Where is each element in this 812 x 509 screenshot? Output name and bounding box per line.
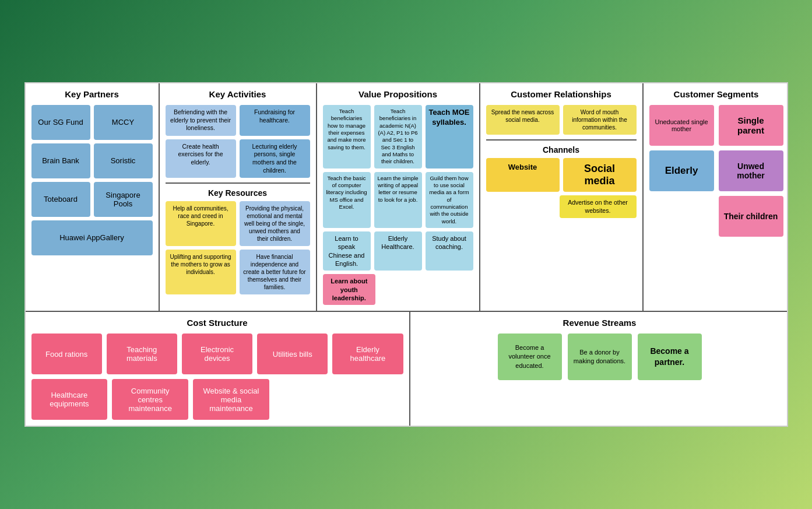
vp-row-1: Teach beneficiaries how to manage their …: [323, 105, 473, 169]
list-item: Food rations: [31, 334, 102, 374]
revenue-grid: Become a volunteer once educated. Be a d…: [416, 334, 783, 380]
customer-relationships-grid: Spread the news across social media. Wor…: [486, 105, 637, 135]
customer-segments-grid: Uneducated single mother Single parent E…: [649, 105, 783, 237]
key-partners-grid: Our SG Fund MCCY Brain Bank Soristic Tot…: [31, 105, 153, 255]
vp-row-3: Learn to speak Chinese and English. Elde…: [323, 231, 473, 271]
cost-row-1: Food rations Teaching materials Electron…: [31, 334, 403, 374]
list-item: Elderly: [649, 150, 714, 191]
list-item: Utilities bills: [257, 334, 328, 374]
list-item: Social media: [563, 158, 637, 192]
list-item: Become a volunteer once educated.: [498, 334, 562, 380]
key-activities-resources-section: Key Activities Befriending with the elde…: [160, 83, 317, 311]
customer-segments-title: Customer Segments: [649, 89, 783, 99]
business-model-canvas: Key Partners Our SG Fund MCCY Brain Bank…: [24, 82, 788, 427]
list-item: Singapore Pools: [94, 182, 153, 217]
list-item: Electronic devices: [182, 334, 252, 374]
list-item: Single parent: [719, 105, 783, 146]
list-item: Teach MOE syllables.: [426, 105, 473, 169]
list-item: Study about coaching.: [426, 231, 473, 271]
list-item: Website: [486, 158, 560, 192]
list-item: Their children: [719, 196, 783, 237]
list-item: Advertise on the other websites.: [560, 195, 637, 218]
list-item: Teach the basic of computer literacy inc…: [323, 172, 371, 228]
list-item: Be a donor by making donations.: [568, 334, 632, 380]
list-item: Huawei AppGallery: [31, 220, 153, 255]
value-propositions-section: Value Propositions Teach beneficiaries h…: [317, 83, 480, 311]
list-item: Elderly Healthcare.: [374, 231, 422, 271]
key-activities-grid: Befriending with the elderly to prevent …: [166, 105, 310, 178]
list-item: Healthcare equipments: [31, 379, 108, 420]
bottom-section: Cost Structure Food rations Teaching mat…: [26, 312, 787, 426]
list-item: Learn to speak Chinese and English.: [323, 231, 371, 271]
cost-structure-section: Cost Structure Food rations Teaching mat…: [26, 312, 410, 426]
list-item: Create health exercises for the elderly.: [166, 139, 236, 178]
customer-relationships-title: Customer Relationships: [486, 89, 637, 99]
value-propositions-title: Value Propositions: [323, 89, 473, 99]
vp-row-2: Teach the basic of computer literacy inc…: [323, 172, 473, 228]
list-item: Learn the simple writing of appeal lette…: [374, 172, 422, 228]
customer-relationships-channels-section: Customer Relationships Spread the news a…: [480, 83, 644, 311]
channels-row-1: Website Social media: [486, 158, 637, 192]
list-item: Help all communities, race and creed in …: [166, 201, 236, 246]
list-item: Have financial independence and create a…: [240, 250, 310, 294]
list-item: Teach beneficiaries how to manage their …: [323, 105, 371, 169]
top-section: Key Partners Our SG Fund MCCY Brain Bank…: [26, 83, 787, 312]
list-item: Teach beneficiaries in academic N(A)(A) …: [374, 105, 422, 169]
list-item: Unwed mother: [719, 150, 783, 191]
list-item: Uneducated single mother: [649, 105, 714, 146]
list-item: Our SG Fund: [31, 105, 90, 140]
list-item: Uplifting and supporting the mothers to …: [166, 250, 236, 294]
revenue-streams-section: Revenue Streams Become a volunteer once …: [410, 312, 789, 426]
vp-row-4: Learn about youth leadership.: [323, 274, 473, 305]
channels-grid: Website Social media Advertise on the ot…: [486, 158, 637, 218]
channels-row-2: Advertise on the other websites.: [486, 195, 637, 218]
list-item: Spread the news across social media.: [486, 105, 560, 135]
list-item: Teaching materials: [107, 334, 177, 374]
key-resources-grid: Help all communities, race and creed in …: [166, 201, 310, 294]
list-item: Soristic: [94, 143, 153, 178]
key-resources-title: Key Resources: [166, 188, 310, 198]
list-item: Lecturing elderly persons, single mother…: [240, 139, 310, 178]
cost-grid: Food rations Teaching materials Electron…: [31, 334, 403, 420]
list-item: Befriending with the elderly to prevent …: [166, 105, 236, 136]
list-item: Toteboard: [31, 182, 90, 217]
key-activities-title: Key Activities: [166, 89, 310, 99]
key-partners-title: Key Partners: [31, 89, 153, 99]
list-item: Guild them how to use social media as a …: [426, 172, 473, 228]
value-propositions-grid: Teach beneficiaries how to manage their …: [323, 105, 473, 305]
list-item: Learn about youth leadership.: [323, 274, 376, 305]
revenue-streams-title: Revenue Streams: [416, 318, 783, 328]
list-item: Fundraising for healthcare.: [240, 105, 310, 136]
list-item: MCCY: [94, 105, 153, 140]
channels-title: Channels: [486, 145, 637, 155]
list-item: Elderly healthcare: [332, 334, 403, 374]
cost-row-2: Healthcare equipments Community centres …: [31, 379, 403, 420]
cost-structure-title: Cost Structure: [31, 318, 403, 328]
list-item: Community centres maintenance: [112, 379, 188, 420]
list-item: Word of mouth information within the com…: [563, 105, 637, 135]
customer-segments-section: Customer Segments Uneducated single moth…: [644, 83, 789, 311]
key-partners-section: Key Partners Our SG Fund MCCY Brain Bank…: [26, 83, 160, 311]
list-item: Brain Bank: [31, 143, 90, 178]
list-item: Website & social media maintenance: [193, 379, 269, 420]
list-item: Become a partner.: [638, 334, 702, 380]
list-item: Providing the physical, emotional and me…: [240, 201, 310, 246]
